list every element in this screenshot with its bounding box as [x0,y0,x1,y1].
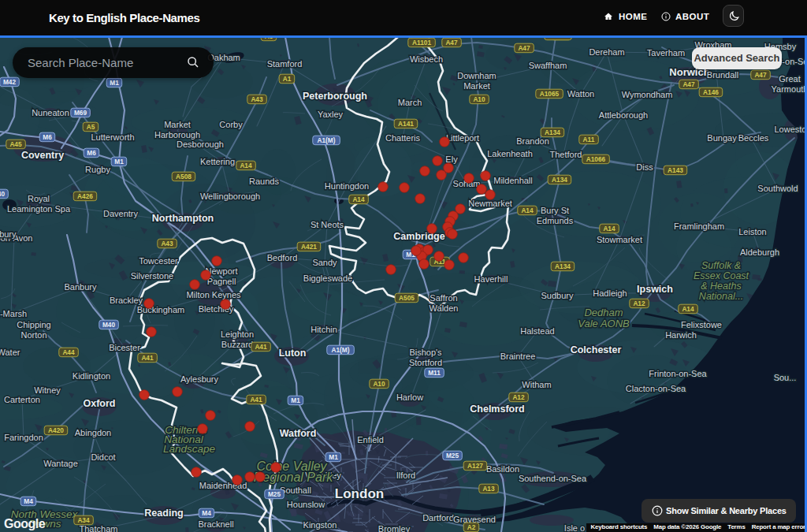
svg-text:Braintree: Braintree [500,352,536,361]
svg-text:M69: M69 [74,109,87,117]
svg-text:Witney: Witney [34,385,61,395]
svg-text:Market: Market [164,120,191,129]
svg-text:Wellingborough: Wellingborough [200,192,260,201]
svg-text:M40: M40 [0,190,5,198]
svg-text:A134: A134 [552,176,567,184]
svg-text:Cambridge: Cambridge [393,231,444,242]
svg-text:A14: A14 [352,195,365,203]
svg-text:A1101: A1101 [412,39,431,47]
svg-text:Lakenheath: Lakenheath [487,149,533,158]
svg-text:A10: A10 [373,380,385,388]
svg-text:Bury St: Bury St [541,206,569,215]
svg-text:Framlingham: Framlingham [674,221,724,231]
svg-text:Chipping: Chipping [17,320,50,329]
svg-text:A47: A47 [518,44,530,52]
svg-text:M25: M25 [268,490,281,498]
svg-text:Huntingdon: Huntingdon [325,181,369,191]
svg-text:Halstead: Halstead [520,326,554,336]
svg-text:National...: National... [699,291,743,302]
svg-text:A43: A43 [251,95,263,103]
svg-text:M42: M42 [3,78,17,86]
svg-text:Bicester: Bicester [109,343,140,352]
svg-text:Leiston: Leiston [738,227,766,236]
svg-text:Walden: Walden [430,303,459,313]
svg-text:Newmarket: Newmarket [468,199,512,208]
svg-text:Hitchin: Hitchin [311,325,337,334]
svg-text:Bromley: Bromley [378,524,411,532]
svg-text:Harborough: Harborough [154,130,200,140]
svg-text:Milton Keynes: Milton Keynes [186,290,241,299]
svg-text:Beccles: Beccles [738,133,769,143]
svg-text:A11: A11 [583,136,595,143]
svg-text:Banbury: Banbury [65,282,97,292]
svg-text:A421: A421 [301,243,317,251]
svg-text:Mildenhall: Mildenhall [493,176,533,185]
svg-text:M4: M4 [202,509,211,517]
svg-text:Swaffham: Swaffham [529,61,567,70]
svg-text:London: London [335,486,384,501]
svg-text:Chelmsford: Chelmsford [470,404,524,415]
svg-text:Enfield: Enfield [357,435,384,445]
svg-text:M40: M40 [102,321,116,329]
svg-text:Brandon: Brandon [516,136,549,146]
svg-text:Wymondham: Wymondham [622,90,673,99]
svg-text:A12: A12 [633,299,645,307]
svg-text:A1(M): A1(M) [331,346,349,354]
svg-text:A41: A41 [250,396,262,404]
svg-text:A505: A505 [399,294,415,302]
svg-text:A14: A14 [603,225,615,233]
svg-text:Stowmarket: Stowmarket [597,235,642,244]
svg-text:Bedford: Bedford [267,253,298,262]
svg-text:Kingston: Kingston [303,520,337,530]
svg-text:M1: M1 [110,79,119,87]
svg-text:Northampton: Northampton [152,213,214,224]
svg-text:A134: A134 [545,128,560,136]
svg-text:M6: M6 [87,149,96,157]
svg-text:Hadleigh: Hadleigh [593,288,627,298]
svg-text:-bury: -bury [0,229,17,239]
svg-text:Nuneaton: Nuneaton [32,108,69,117]
svg-text:Littleport: Littleport [446,133,479,143]
svg-text:A10: A10 [473,95,485,103]
svg-text:A134: A134 [555,262,571,270]
svg-text:Coventry: Coventry [21,150,64,161]
svg-text:Ely: Ely [445,154,458,164]
svg-text:Sou...: Sou... [774,373,797,382]
svg-text:Biggleswade: Biggleswade [303,273,352,283]
svg-text:Desborough: Desborough [177,140,224,149]
svg-text:A141: A141 [398,120,414,128]
svg-text:A1(M): A1(M) [317,136,335,144]
svg-text:Landscape: Landscape [163,443,215,455]
svg-text:Raunds: Raunds [249,177,279,186]
svg-text:Bungay: Bungay [707,133,737,143]
svg-text:A5: A5 [265,37,273,40]
svg-text:Stortford: Stortford [409,358,442,367]
svg-text:March: March [398,98,422,107]
svg-text:Sudbury: Sudbury [541,291,574,300]
svg-text:Market: Market [463,81,490,91]
svg-text:Corby: Corby [219,120,243,129]
svg-text:A127: A127 [467,462,483,470]
svg-text:Reading: Reading [144,508,183,519]
svg-text:Oxford: Oxford [84,398,116,409]
svg-text:Witham: Witham [522,380,551,389]
svg-text:A146: A146 [703,88,719,96]
svg-text:Bracknell: Bracknell [198,519,233,529]
svg-text:Kidlington: Kidlington [73,371,110,381]
svg-text:A1: A1 [283,75,292,83]
svg-text:A13: A13 [482,485,495,493]
svg-text:Felixstowe: Felixstowe [681,320,722,329]
svg-text:Carterton: Carterton [4,395,40,404]
svg-text:Towcester: Towcester [139,256,178,266]
svg-text:Saffron: Saffron [430,293,457,303]
svg-text:Edmunds: Edmunds [537,216,574,225]
svg-text:A14: A14 [521,206,534,214]
svg-text:A2: A2 [467,523,476,531]
svg-text:M11: M11 [428,369,441,377]
svg-text:Dedham: Dedham [584,307,623,318]
svg-text:Great: Great [779,74,801,84]
svg-text:Hounslow: Hounslow [287,500,325,509]
svg-text:Dereham: Dereham [589,47,624,57]
svg-text:M6: M6 [43,133,52,141]
svg-text:Didcot: Didcot [91,452,115,462]
